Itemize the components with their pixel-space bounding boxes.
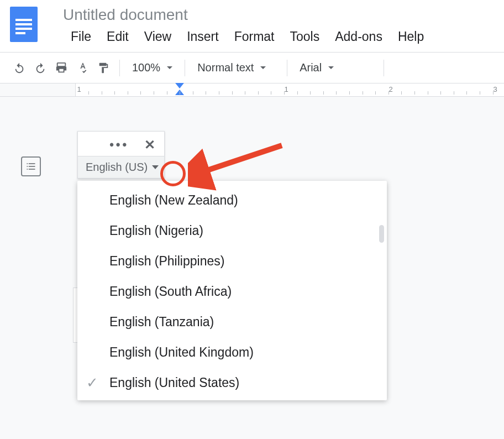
lang-option-tanzania[interactable]: English (Tanzania)	[77, 307, 387, 337]
check-icon: ✓	[86, 374, 98, 391]
lang-option-philippines[interactable]: English (Philippines)	[77, 246, 387, 276]
zoom-select[interactable]: 100%	[127, 59, 178, 77]
zoom-value: 100%	[132, 61, 160, 74]
caret-down-icon	[260, 66, 266, 69]
lang-option-south-africa[interactable]: English (South Africa)	[77, 276, 387, 307]
more-options-icon[interactable]: •••	[107, 138, 131, 152]
separator	[287, 60, 287, 76]
spellcheck-button[interactable]	[73, 59, 92, 77]
menu-addons[interactable]: Add-ons	[327, 27, 390, 46]
caret-down-icon	[167, 66, 172, 69]
font-value: Arial	[300, 61, 322, 74]
menu-insert[interactable]: Insert	[179, 27, 227, 46]
paint-format-button[interactable]	[94, 59, 113, 77]
menu-view[interactable]: View	[136, 27, 179, 46]
separator	[384, 60, 384, 76]
menubar: File Edit View Insert Format Tools Add-o…	[63, 27, 504, 46]
document-canvas: ••• ✕ English (US) English (New Zealand)…	[0, 97, 504, 439]
print-button[interactable]	[52, 59, 71, 77]
toolbar: 100% Normal text Arial	[0, 53, 504, 83]
docs-logo-icon[interactable]	[10, 7, 38, 42]
menu-tools[interactable]: Tools	[282, 27, 328, 46]
app-header: Untitled document File Edit View Insert …	[0, 0, 504, 50]
language-dropdown: English (New Zealand) English (Nigeria) …	[77, 181, 387, 400]
paragraph-style-select[interactable]: Normal text	[192, 59, 280, 77]
svg-line-0	[199, 145, 282, 173]
menu-file[interactable]: File	[63, 27, 99, 46]
lang-option-united-kingdom[interactable]: English (United Kingdom)	[77, 337, 387, 368]
ruler-number: 1	[284, 85, 288, 93]
language-selected-label: English (US)	[86, 161, 148, 174]
caret-down-icon	[152, 165, 159, 169]
ruler-number: 3	[493, 85, 497, 93]
menu-edit[interactable]: Edit	[99, 27, 136, 46]
language-selector-button[interactable]: English (US)	[78, 156, 164, 178]
font-select[interactable]: Arial	[294, 59, 377, 77]
horizontal-ruler[interactable]: 1 1 2 3 // placeholder for ticks drawn b…	[0, 83, 504, 97]
ruler-number: 1	[77, 85, 81, 93]
close-icon[interactable]: ✕	[142, 137, 158, 153]
document-title[interactable]: Untitled document	[63, 4, 504, 27]
redo-button[interactable]	[31, 59, 50, 77]
language-panel: ••• ✕ English (US)	[77, 131, 165, 179]
caret-down-icon	[328, 66, 334, 69]
outline-toggle-button[interactable]	[21, 156, 41, 176]
header-right: Untitled document File Edit View Insert …	[63, 4, 504, 46]
lang-option-new-zealand[interactable]: English (New Zealand)	[77, 185, 387, 216]
ruler-number: 2	[389, 85, 392, 93]
lang-option-nigeria[interactable]: English (Nigeria)	[77, 216, 387, 246]
lang-option-united-states[interactable]: ✓ English (United States)	[77, 368, 387, 398]
menu-format[interactable]: Format	[227, 27, 282, 46]
undo-button[interactable]	[10, 59, 29, 77]
style-value: Normal text	[197, 61, 254, 74]
separator	[119, 60, 120, 76]
menu-help[interactable]: Help	[390, 27, 432, 46]
separator	[185, 60, 185, 76]
